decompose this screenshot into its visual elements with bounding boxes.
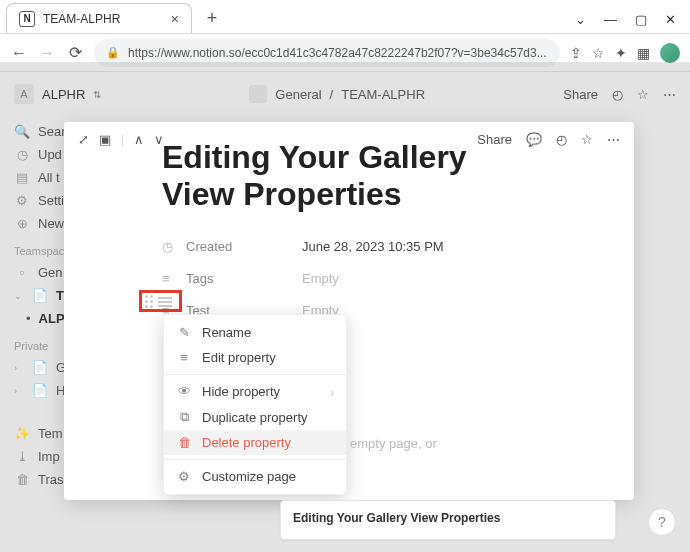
list-icon: ≡ — [162, 271, 178, 286]
window-controls: ⌄ — ▢ ✕ — [575, 12, 690, 33]
expand-icon[interactable]: ⤢ — [78, 132, 89, 147]
empty-page-prompt: empty page, or — [350, 436, 437, 451]
back-button[interactable]: ← — [10, 44, 28, 62]
sidebar-new-label: New — [38, 216, 64, 231]
prop-created-label: Created — [186, 239, 232, 254]
page-icon: 📄 — [32, 383, 48, 398]
menu-divider — [164, 374, 346, 375]
sidebar-templates-label: Tem — [38, 426, 63, 441]
menu-customize-page[interactable]: ⚙Customize page — [164, 464, 346, 489]
property-context-menu: ✎Rename ≡Edit property 👁Hide property› ⧉… — [163, 314, 347, 495]
menu-rename-label: Rename — [202, 325, 251, 340]
clock-icon: ◷ — [14, 147, 30, 162]
reload-button[interactable]: ⟳ — [66, 43, 84, 62]
menu-duplicate-label: Duplicate property — [202, 410, 308, 425]
sidebar-import-label: Imp — [38, 449, 60, 464]
chevron-right-icon: › — [330, 386, 334, 398]
close-window-icon[interactable]: ✕ — [665, 12, 676, 27]
lock-icon: 🔒 — [106, 46, 120, 59]
page-title-line1: Editing Your Gallery — [162, 139, 467, 175]
gallery-card[interactable]: Editing Your Gallery View Properties — [280, 500, 616, 540]
gear-icon: ⚙ — [14, 193, 30, 208]
close-tab-icon[interactable]: × — [171, 11, 179, 27]
page-icon: 📄 — [32, 288, 48, 303]
menu-delete-property[interactable]: 🗑Delete property — [164, 430, 346, 455]
menu-hide-label: Hide property — [202, 384, 280, 399]
sidebar-all-label: All t — [38, 170, 60, 185]
tab-title: TEAM-ALPHR — [43, 12, 120, 26]
peek-icon[interactable]: ▣ — [99, 132, 111, 147]
modal-share-button[interactable]: Share — [477, 132, 512, 147]
caret-icon: ⌄ — [14, 291, 24, 301]
new-tab-button[interactable]: + — [198, 3, 226, 33]
menu-hide-property[interactable]: 👁Hide property› — [164, 379, 346, 404]
sidebar-updates-label: Upd — [38, 147, 62, 162]
edit-icon: ✎ — [176, 325, 192, 340]
menu-rename[interactable]: ✎Rename — [164, 320, 346, 345]
notion-favicon: N — [19, 11, 35, 27]
caret-icon: › — [14, 363, 24, 373]
maximize-icon[interactable]: ▢ — [635, 12, 647, 27]
caret-icon: › — [14, 386, 24, 396]
sidebar-settings-label: Setti — [38, 193, 64, 208]
menu-delete-label: Delete property — [202, 435, 291, 450]
bookmark-icon[interactable]: ☆ — [592, 45, 605, 61]
menu-edit-property[interactable]: ≡Edit property — [164, 345, 346, 370]
copy-icon: ⧉ — [176, 409, 192, 425]
menu-divider — [164, 459, 346, 460]
sidebar-alphr-label: ALP — [39, 311, 65, 326]
url-text: https://www.notion.so/ecc0c1d41c3c4782a4… — [128, 46, 547, 60]
menu-duplicate-property[interactable]: ⧉Duplicate property — [164, 404, 346, 430]
plus-circle-icon: ⊕ — [14, 216, 30, 231]
page-icon: ▫ — [14, 265, 30, 280]
download-icon: ⤓ — [14, 449, 30, 464]
customize-icon: ⚙ — [176, 469, 192, 484]
favorite-icon[interactable]: ☆ — [581, 132, 593, 147]
prop-created-value: June 28, 2023 10:35 PM — [302, 239, 444, 254]
updates-icon[interactable]: ◴ — [556, 132, 567, 147]
nav-up-icon[interactable]: ∧ — [134, 132, 144, 147]
property-created[interactable]: ◷Created June 28, 2023 10:35 PM — [162, 231, 610, 263]
prop-tags-value: Empty — [302, 271, 339, 286]
modal-more-icon[interactable]: ⋯ — [607, 132, 620, 147]
browser-titlebar: N TEAM-ALPHR × + ⌄ — ▢ ✕ — [0, 0, 690, 34]
sidebar-general-label: Gen — [38, 265, 63, 280]
comment-icon[interactable]: 💬 — [526, 132, 542, 147]
profile-avatar[interactable] — [660, 43, 680, 63]
search-icon: 🔍 — [14, 124, 30, 139]
help-button[interactable]: ? — [648, 508, 676, 536]
prop-tags-label: Tags — [186, 271, 213, 286]
sidebar-trash-label: Trasl — [38, 472, 66, 487]
gallery-card-title: Editing Your Gallery View Properties — [293, 511, 500, 525]
eye-icon: 👁 — [176, 384, 192, 399]
page-title[interactable]: Editing Your Gallery View Properties — [162, 139, 610, 213]
caret-down-icon[interactable]: ⌄ — [575, 12, 586, 27]
page-title-line2: View Properties — [162, 176, 402, 212]
page-icon: 📄 — [32, 360, 48, 375]
forward-button: → — [38, 44, 56, 62]
trash-icon: 🗑 — [176, 435, 192, 450]
text-property-icon — [158, 297, 172, 307]
property-tags[interactable]: ≡Tags Empty — [162, 263, 610, 295]
docs-icon: ▤ — [14, 170, 30, 185]
drag-dots-icon — [145, 295, 155, 309]
clock-icon: ◷ — [162, 239, 178, 254]
browser-tab[interactable]: N TEAM-ALPHR × — [6, 3, 192, 33]
minimize-icon[interactable]: — — [604, 12, 617, 27]
property-drag-handle[interactable] — [145, 295, 172, 309]
extensions-icon[interactable]: ✦ — [615, 45, 627, 61]
grid-icon[interactable]: ▦ — [637, 45, 650, 61]
trash-icon: 🗑 — [14, 472, 30, 487]
share-url-icon[interactable]: ⇪ — [570, 45, 582, 61]
sliders-icon: ≡ — [176, 350, 192, 365]
template-icon: ✨ — [14, 426, 30, 441]
menu-customize-label: Customize page — [202, 469, 296, 484]
menu-edit-label: Edit property — [202, 350, 276, 365]
